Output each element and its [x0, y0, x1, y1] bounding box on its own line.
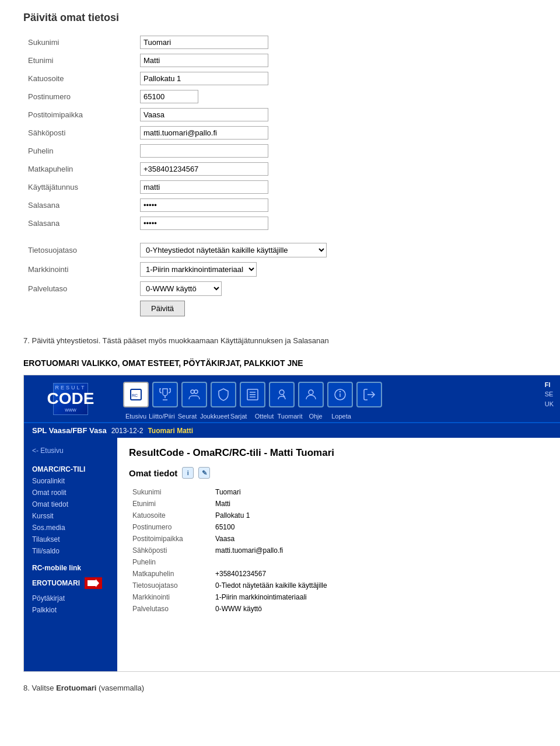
logo-image: RESULT CODE www — [53, 383, 88, 415]
input-matkapuhelin[interactable] — [140, 162, 268, 176]
detail-label: Palvelutaso — [130, 604, 212, 614]
lang-fi[interactable]: FI — [545, 381, 554, 389]
paivita-button[interactable]: Päivitä — [140, 301, 185, 316]
nav-icon-shield[interactable] — [211, 382, 236, 407]
subbar-user: Tuomari Matti — [148, 427, 193, 435]
nav-icon-info[interactable] — [327, 382, 353, 407]
nav-icon-list[interactable] — [240, 382, 265, 407]
field-label-salasana-2: Salasana — [23, 214, 135, 232]
contact-form-table: Sukunimi Etunimi Katuosoite Postinumero … — [23, 33, 373, 319]
nav-label-seurat[interactable]: Seurat — [174, 413, 200, 420]
sidebar-link-poytakirjat[interactable]: Pöytäkirjat — [24, 592, 117, 604]
detail-label: Sukunimi — [130, 487, 212, 497]
nav-label-joukkueet[interactable]: Joukkueet — [200, 413, 226, 420]
app-content: <- Etusivu OMARC/RC-TILI Suoralinkit Oma… — [24, 438, 560, 671]
field-label-sukunimi: Sukunimi — [23, 33, 135, 51]
nav-icon-teams[interactable] — [181, 382, 207, 407]
app-nav-icons-area: RC — [117, 375, 560, 422]
field-label-matkapuhelin: Matkapuhelin — [23, 160, 135, 178]
sidebar-omarc-title: OMARC/RC-TILI — [24, 461, 117, 475]
table-row: Markkinointi 1-Piirin markkinointimateri… — [130, 592, 552, 602]
sidebar-link-palkkiot[interactable]: Palkkiot — [24, 604, 117, 616]
sidebar-link-kurssit[interactable]: Kurssit — [24, 510, 117, 522]
info-icon-btn-1[interactable]: i — [182, 467, 194, 479]
field-label-palvelutaso: Palvelutaso — [23, 279, 135, 298]
input-puhelin[interactable] — [140, 144, 268, 158]
detail-label: Puhelin — [130, 557, 212, 567]
detail-label: Postitoimipaikka — [130, 534, 212, 544]
input-postitoimipaikka[interactable] — [140, 108, 268, 121]
detail-label: Tietosuojataso — [130, 580, 212, 591]
sidebar-link-omat-tiedot[interactable]: Omat tiedot — [24, 499, 117, 510]
svg-point-3 — [194, 390, 198, 393]
app-sidebar: <- Etusivu OMARC/RC-TILI Suoralinkit Oma… — [24, 438, 117, 671]
lang-uk[interactable]: UK — [545, 400, 554, 409]
nav-label-ottelut[interactable]: Ottelut — [251, 413, 277, 420]
input-kayttajatunnus[interactable] — [140, 180, 268, 194]
nav-icon-referee[interactable] — [269, 382, 295, 407]
detail-label: Etunimi — [130, 499, 212, 509]
detail-label: Matkapuhelin — [130, 569, 212, 579]
lang-se[interactable]: SE — [545, 390, 554, 399]
omat-tiedot-title: Omat tiedot — [129, 468, 177, 478]
erotuomari-arrow-icon[interactable] — [85, 577, 102, 589]
input-postinumero[interactable] — [140, 90, 198, 103]
nav-icon-resultcode[interactable]: RC — [123, 382, 149, 407]
step7-paragraph: 7. Päivitä yhteystietosi. Tästä pääset m… — [23, 336, 537, 345]
step8-bold-text: Erotuomari — [56, 684, 96, 692]
input-salasana-1[interactable] — [140, 198, 268, 212]
input-salasana-2[interactable] — [140, 217, 268, 230]
nav-label-liittopiiri[interactable]: Liitto/Piiri — [149, 413, 174, 420]
svg-marker-14 — [88, 579, 99, 587]
logo-code-text: CODE — [47, 391, 94, 407]
form-section: Päivitä omat tietosi Sukunimi Etunimi Ka… — [23, 12, 537, 319]
input-sukunimi[interactable] — [140, 36, 268, 49]
field-label-tietosuojataso: Tietosuojataso — [23, 240, 135, 260]
input-katuosoite[interactable] — [140, 72, 268, 85]
subbar-org: SPL Vaasa/FBF Vasa — [32, 426, 107, 435]
table-row: Sähköposti matti.tuomari@pallo.fi — [130, 545, 552, 556]
subbar-date: 2013-12-2 — [111, 427, 144, 435]
input-etunimi[interactable] — [140, 54, 268, 67]
nav-label-tuomarit[interactable]: Tuomarit — [277, 413, 303, 420]
nav-icons-row: RC — [117, 375, 560, 413]
svg-text:RC: RC — [132, 393, 138, 398]
nav-icon-trophy[interactable] — [152, 382, 178, 407]
sidebar-rcmobile-title: RC-mobile link — [24, 557, 117, 574]
field-label-postitoimipaikka: Postitoimipaikka — [23, 106, 135, 124]
table-row: Postitoimipaikka Vaasa — [130, 534, 552, 544]
detail-label: Sähköposti — [130, 545, 212, 556]
detail-value: Matti — [213, 499, 552, 509]
sidebar-back-link[interactable]: <- Etusivu — [24, 444, 117, 461]
detail-value: Tuomari — [213, 487, 552, 497]
sidebar-erotuomari-row: EROTUOMARI — [24, 574, 117, 592]
select-palvelutaso[interactable]: 0-WWW käyttö — [140, 281, 222, 296]
svg-point-2 — [191, 390, 194, 393]
nav-label-etusivu[interactable]: Etusivu — [123, 413, 149, 420]
field-label-kayttajatunnus: Käyttäjätunnus — [23, 178, 135, 196]
info-icon-btn-2[interactable]: ✎ — [198, 467, 210, 479]
sidebar-link-tilaukset[interactable]: Tilaukset — [24, 534, 117, 545]
step8-paragraph: 8. Valitse Erotuomari (vasemmalla) — [23, 684, 537, 692]
svg-point-8 — [279, 390, 284, 395]
nav-icon-person[interactable] — [298, 382, 324, 407]
field-label-postinumero: Postinumero — [23, 88, 135, 106]
nav-label-sarjat[interactable]: Sarjat — [226, 413, 251, 420]
nav-label-ohje[interactable]: Ohje — [303, 413, 328, 420]
nav-icon-logout[interactable] — [356, 382, 382, 407]
nav-label-lopeta[interactable]: Lopeta — [328, 413, 354, 420]
app-subbar: SPL Vaasa/FBF Vasa 2013-12-2 Tuomari Mat… — [24, 422, 560, 438]
sidebar-link-omat-roolit[interactable]: Omat roolit — [24, 487, 117, 499]
sidebar-link-suoralinkit[interactable]: Suoralinkit — [24, 475, 117, 487]
detail-value: Pallokatu 1 — [213, 510, 552, 521]
sidebar-link-tili-saldo[interactable]: Tili/saldo — [24, 545, 117, 557]
detail-value: Vaasa — [213, 534, 552, 544]
sidebar-link-sos-media[interactable]: Sos.media — [24, 522, 117, 534]
select-tietosuojataso[interactable]: 0-Yhteystiedot näytetään kaikille käyttä… — [140, 243, 327, 257]
nav-labels-row: Etusivu Liitto/Piiri Seurat Joukkueet Sa… — [117, 413, 560, 422]
field-label-katuosoite: Katuosoite — [23, 69, 135, 88]
input-sahkoposti[interactable] — [140, 126, 268, 140]
detail-value: 65100 — [213, 522, 552, 532]
select-markkinointi[interactable]: 1-Piirin markkinointimateriaali — [140, 262, 257, 277]
app-main: ResultCode - OmaRC/RC-tili - Matti Tuoma… — [117, 438, 560, 671]
